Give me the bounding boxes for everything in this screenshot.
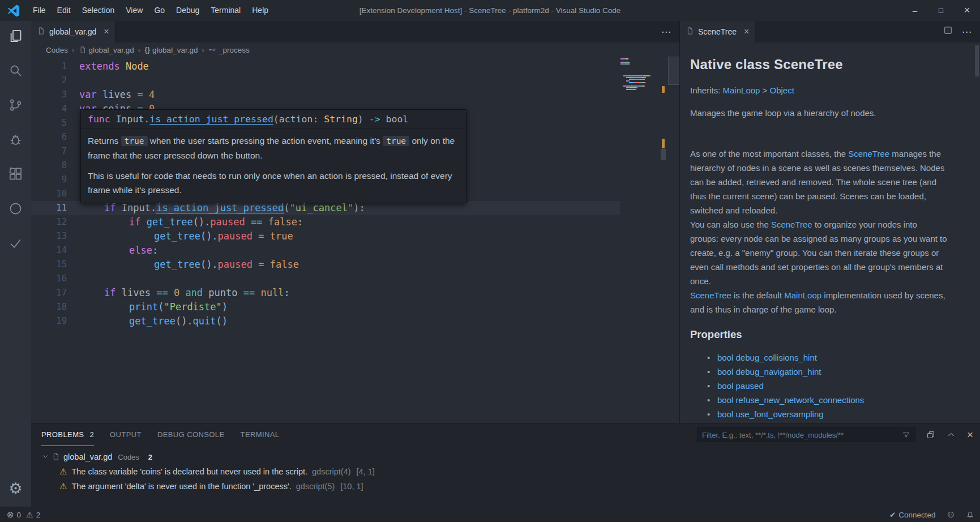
menu-file[interactable]: File: [27, 0, 52, 21]
panel-tab-count: 2: [89, 423, 94, 446]
hover-paragraph: This is useful for code that needs to ru…: [88, 169, 459, 197]
code-line[interactable]: 2: [31, 74, 620, 88]
problem-row[interactable]: ⚠The class variable 'coins' is declared …: [31, 464, 980, 479]
property-item: bool use_font_oversampling: [690, 407, 947, 421]
circle-extension-icon[interactable]: [0, 194, 31, 223]
tab-scenetree[interactable]: SceneTree ×: [680, 21, 755, 42]
doc-link[interactable]: SceneTree: [848, 149, 889, 159]
problem-message: The argument 'delta' is never used in th…: [71, 482, 291, 491]
doc-summary: Manages the game loop via a hierarchy of…: [690, 108, 947, 118]
code-line[interactable]: 12if get_tree().paused == false:: [31, 215, 620, 229]
scrollbar-thumb[interactable]: [668, 57, 679, 85]
split-editor-icon[interactable]: [943, 25, 953, 38]
minimize-button[interactable]: –: [902, 0, 928, 21]
title-bar: FileEditSelectionViewGoDebugTerminalHelp…: [0, 0, 980, 21]
vscode-window: FileEditSelectionViewGoDebugTerminalHelp…: [0, 0, 980, 522]
property-link[interactable]: bool paused: [717, 381, 764, 391]
code-line[interactable]: 1extends Node: [31, 59, 620, 74]
debug-icon[interactable]: [0, 125, 31, 154]
breadcrumb-item[interactable]: _process: [208, 46, 250, 54]
panel-tab-debug-console[interactable]: DEBUG CONSOLE: [157, 423, 225, 446]
property-item: bool refuse_new_network_connections: [690, 393, 947, 407]
warning-icon: ⚠: [59, 467, 67, 477]
remote-status[interactable]: ✔ Connected: [889, 510, 936, 519]
line-number: 11: [31, 201, 79, 215]
code-line[interactable]: 14else:: [31, 243, 620, 258]
doc-link[interactable]: Object: [770, 85, 794, 95]
code-line[interactable]: 13get_tree().paused = true: [31, 229, 620, 243]
tab-close-icon[interactable]: ×: [744, 27, 749, 37]
chevron-up-icon[interactable]: [947, 430, 956, 439]
search-icon[interactable]: [0, 55, 31, 85]
problems-file-folder: Codes: [118, 453, 139, 461]
code-line[interactable]: 18print("Perdiste"): [31, 300, 620, 314]
line-number: 18: [31, 300, 79, 314]
panel-tab-problems[interactable]: PROBLEMS2: [41, 423, 94, 446]
menu-go[interactable]: Go: [148, 0, 170, 21]
source-control-icon[interactable]: [0, 90, 31, 119]
inline-code: true: [121, 136, 148, 146]
problems-group-row[interactable]: global_var.gdCodes2: [31, 450, 980, 464]
menu-help[interactable]: Help: [246, 0, 274, 21]
line-number: 14: [31, 243, 79, 258]
maximize-button[interactable]: □: [928, 0, 954, 21]
doc-link[interactable]: MainLoop: [784, 290, 821, 300]
feedback-smiley-icon[interactable]: ☺: [946, 509, 956, 520]
property-link[interactable]: bool debug_navigation_hint: [717, 367, 821, 376]
check-extension-icon[interactable]: [0, 228, 31, 258]
code-line[interactable]: 16: [31, 272, 620, 286]
errors-warnings-status[interactable]: ⊗ 0 ⚠ 2: [7, 510, 40, 520]
settings-gear-icon[interactable]: ⚙: [0, 477, 31, 500]
error-icon: ⊗: [7, 510, 14, 520]
breadcrumb-item[interactable]: Codes: [46, 46, 68, 54]
editor-group-right: SceneTree × ⋯ Native class SceneTree Inh…: [679, 21, 980, 423]
close-button[interactable]: ×: [954, 0, 980, 21]
problem-position: [10, 1]: [340, 482, 363, 491]
more-actions-icon[interactable]: ⋯: [661, 26, 671, 38]
menu-edit[interactable]: Edit: [52, 0, 76, 21]
minimap[interactable]: [620, 58, 653, 91]
code-line[interactable]: 19get_tree().quit(): [31, 314, 620, 328]
code-line[interactable]: 17if lives == 0 and punto == null:: [31, 286, 620, 300]
text-segment: to organize your nodes into groups: ever…: [690, 220, 947, 286]
problem-source: gdscript(5): [296, 482, 335, 491]
chevron-down-icon[interactable]: [41, 452, 50, 462]
problem-source: gdscript(4): [312, 467, 351, 476]
properties-list: bool debug_collisions_hintbool debug_nav…: [690, 350, 947, 423]
menu-debug[interactable]: Debug: [170, 0, 205, 21]
scrollbar-thumb[interactable]: [975, 45, 979, 76]
warning-icon: ⚠: [59, 481, 67, 491]
tab-global-var-gd[interactable]: global_var.gd ×: [31, 21, 115, 42]
close-panel-icon[interactable]: ×: [967, 429, 973, 441]
problem-row[interactable]: ⚠The argument 'delta' is never used in t…: [31, 479, 980, 494]
panel-tab-terminal[interactable]: TERMINAL: [241, 423, 280, 446]
doc-link[interactable]: MainLoop: [723, 85, 760, 95]
breadcrumb-item[interactable]: {}global_var.gd: [144, 46, 198, 54]
menu-terminal[interactable]: Terminal: [205, 0, 246, 21]
panel-layout-icon[interactable]: [926, 430, 935, 439]
property-item: bool debug_navigation_hint: [690, 365, 947, 379]
property-link[interactable]: bool debug_collisions_hint: [717, 353, 817, 362]
menu-selection[interactable]: Selection: [76, 0, 121, 21]
tab-close-icon[interactable]: ×: [104, 27, 109, 37]
filter-icon[interactable]: [902, 431, 910, 439]
scrollbar-thumb[interactable]: [661, 149, 666, 160]
code-line[interactable]: 15get_tree().paused = false: [31, 258, 620, 272]
breadcrumb-item[interactable]: global_var.gd: [79, 46, 134, 54]
property-link[interactable]: bool use_font_oversampling: [717, 409, 824, 419]
filter-input[interactable]: [702, 431, 902, 439]
extensions-icon[interactable]: [0, 159, 31, 189]
explorer-icon[interactable]: [0, 21, 31, 50]
property-link[interactable]: bool refuse_new_network_connections: [717, 395, 864, 405]
doc-link[interactable]: SceneTree: [690, 290, 731, 300]
bell-icon[interactable]: [966, 511, 974, 519]
doc-link[interactable]: SceneTree: [771, 220, 812, 229]
line-number: 6: [31, 130, 79, 144]
code-line[interactable]: 3var lives = 4: [31, 88, 620, 102]
line-number: 1: [31, 59, 79, 74]
menu-view[interactable]: View: [120, 0, 148, 21]
inline-code: true: [383, 136, 409, 146]
more-actions-icon[interactable]: ⋯: [962, 26, 972, 38]
bottom-panel: PROBLEMS2OUTPUTDEBUG CONSOLETERMINAL × g…: [31, 423, 980, 507]
panel-tab-output[interactable]: OUTPUT: [110, 423, 142, 446]
